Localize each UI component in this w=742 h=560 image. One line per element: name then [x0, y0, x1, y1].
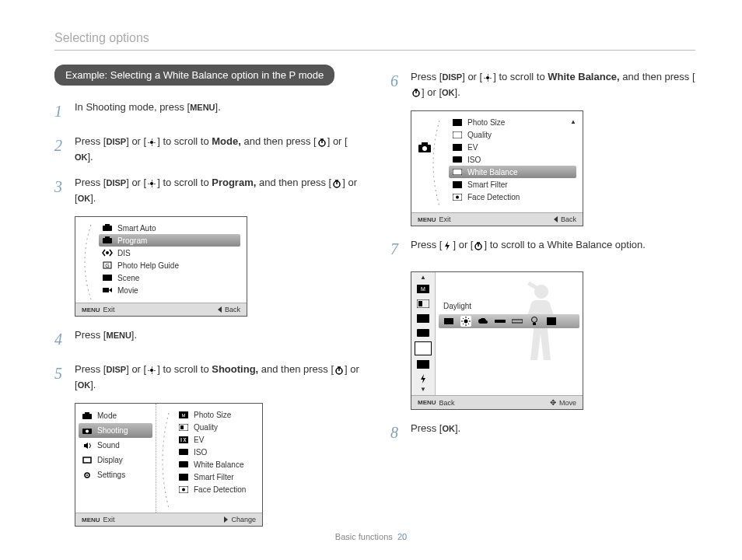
list-item: Shooting [97, 426, 128, 435]
ok-button-label: OK [78, 379, 91, 392]
dis-icon [102, 248, 113, 257]
step-7: 7 Press [] or [] to scroll to a White Ba… [390, 237, 695, 261]
fluorescent-h-icon [495, 316, 506, 327]
svg-point-18 [86, 474, 88, 476]
photo-size-icon: M [178, 410, 189, 419]
svg-rect-36 [453, 156, 462, 163]
ok-button-label: OK [442, 86, 455, 100]
list-item: Settings [97, 471, 125, 479]
flower-icon [482, 73, 493, 82]
svg-rect-63 [533, 323, 536, 325]
timer-icon [334, 366, 345, 375]
step-number: 7 [390, 237, 411, 261]
svg-line-59 [468, 318, 469, 319]
list-item: DIS [117, 249, 131, 257]
daylight-icon [460, 316, 471, 327]
timer-icon [331, 179, 342, 188]
ev-icon [415, 312, 431, 324]
list-item: EV [194, 436, 204, 444]
flower-icon [146, 138, 157, 147]
flower-icon [146, 179, 157, 188]
step-number: 2 [54, 134, 75, 164]
svg-rect-35 [453, 144, 462, 151]
quality-icon [452, 130, 463, 139]
step-number: 8 [390, 421, 411, 444]
left-arrow-icon [218, 306, 222, 313]
svg-rect-64 [547, 317, 556, 325]
step-number: 5 [54, 362, 75, 392]
list-item: Program [117, 236, 147, 245]
shooting-menu-screenshot: Mode Shooting Sound Display Settings MPh… [75, 403, 263, 527]
section-title: Selecting options [54, 31, 695, 51]
list-item: Quality [194, 423, 218, 432]
step-number: 1 [54, 100, 75, 123]
list-item: Mode [97, 411, 117, 420]
list-item: Face Detection [194, 485, 246, 494]
svg-rect-13 [85, 412, 89, 415]
up-arrow-icon: ▲ [420, 275, 426, 280]
svg-rect-46 [417, 314, 429, 323]
shooting-icon [82, 426, 93, 436]
movie-icon [102, 285, 113, 295]
smart-filter-icon [415, 358, 431, 370]
step-2: 2 Press [DISP] or [] to scroll to Mode, … [54, 134, 359, 164]
svg-rect-45 [418, 301, 422, 306]
cloudy-icon [478, 316, 488, 327]
list-item: Photo Size [467, 118, 505, 127]
face-detection-icon [178, 485, 189, 494]
list-item: ISO [194, 448, 207, 457]
step-5: 5 Press [DISP] or [] to scroll to Shooti… [54, 362, 359, 392]
program-icon [102, 236, 113, 245]
disp-button-label: DISP [106, 363, 126, 376]
down-arrow-icon: ▼ [420, 387, 426, 392]
list-item: Sound [97, 441, 120, 450]
list-item: Smart Filter [194, 473, 234, 481]
svg-rect-38 [453, 181, 462, 188]
timer-icon [473, 241, 484, 250]
face-detection-icon [452, 192, 463, 201]
smart-filter-icon [452, 180, 463, 189]
svg-rect-34 [453, 131, 462, 138]
iso-icon [178, 447, 189, 457]
white-balance-icon [178, 460, 189, 469]
menu-button-label: MENU [106, 329, 131, 342]
awb-icon [443, 316, 454, 327]
svg-text:G: G [105, 263, 109, 268]
mode-icon [82, 411, 93, 421]
disp-button-label: DISP [106, 135, 126, 149]
step-number: 6 [390, 69, 411, 100]
svg-line-57 [468, 324, 469, 324]
step-4: 4 Press [MENU]. [54, 327, 359, 351]
svg-line-56 [463, 318, 464, 319]
svg-rect-50 [444, 318, 453, 324]
settings-icon [82, 471, 93, 480]
svg-rect-4 [103, 238, 112, 243]
display-icon [82, 456, 93, 465]
step-number: 3 [54, 175, 75, 205]
list-item: White Balance [467, 168, 517, 177]
disp-button-label: DISP [106, 177, 126, 190]
list-item: White Balance [194, 460, 243, 469]
menu-label: MENU [418, 399, 436, 406]
iso-icon [415, 327, 431, 339]
svg-point-32 [422, 146, 427, 151]
svg-point-28 [182, 488, 185, 491]
svg-rect-10 [103, 288, 109, 292]
step-8: 8 Press [OK]. [390, 421, 695, 444]
step-3: 3 Press [DISP] or [] to scroll to Progra… [54, 175, 359, 205]
svg-rect-61 [512, 320, 523, 323]
list-item: ISO [467, 156, 481, 164]
menu-label: MENU [82, 306, 100, 313]
svg-text:M: M [421, 286, 425, 292]
scene-icon [102, 273, 113, 282]
list-item: Quality [467, 131, 492, 139]
svg-point-51 [464, 320, 468, 324]
menu-button-label: MENU [190, 101, 215, 114]
timer-icon [411, 88, 422, 97]
example-callout: Example: Selecting a White Balance optio… [54, 65, 334, 86]
step-number: 4 [54, 327, 75, 351]
ev-icon [178, 435, 189, 444]
flash-off-icon [415, 373, 431, 385]
svg-rect-26 [179, 474, 188, 481]
svg-rect-23 [179, 436, 188, 443]
